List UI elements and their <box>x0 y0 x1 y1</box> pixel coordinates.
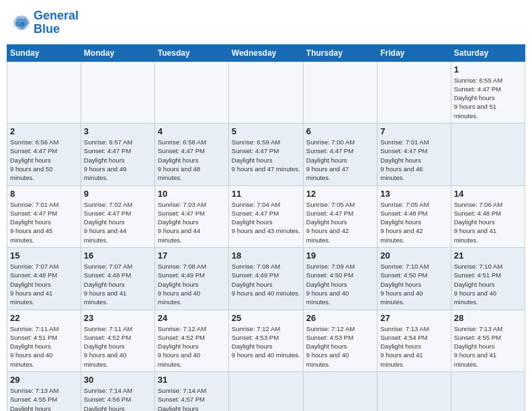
calendar-cell: 31Sunrise: 7:14 AMSunset: 4:57 PMDayligh… <box>154 372 228 411</box>
day-number: 23 <box>84 313 152 323</box>
calendar-cell <box>81 61 154 123</box>
day-number: 25 <box>232 313 300 323</box>
calendar-cell: 3Sunrise: 6:57 AMSunset: 4:47 PMDaylight… <box>81 124 154 185</box>
calendar-cell: 9Sunrise: 7:02 AMSunset: 4:47 PMDaylight… <box>81 185 154 247</box>
calendar-cell: 30Sunrise: 7:14 AMSunset: 4:56 PMDayligh… <box>81 372 154 411</box>
calendar-cell: 25Sunrise: 7:12 AMSunset: 4:53 PMDayligh… <box>228 310 303 371</box>
calendar-cell: 6Sunrise: 7:00 AMSunset: 4:47 PMDaylight… <box>303 124 377 185</box>
day-number: 6 <box>306 126 374 136</box>
logo: GB General Blue <box>12 9 79 36</box>
day-detail: Sunrise: 7:10 AMSunset: 4:51 PMDaylight … <box>454 262 522 306</box>
day-detail: Sunrise: 7:03 AMSunset: 4:47 PMDaylight … <box>158 200 226 244</box>
day-detail: Sunrise: 7:12 AMSunset: 4:52 PMDaylight … <box>158 324 226 369</box>
calendar-cell <box>303 372 377 411</box>
calendar-cell: 12Sunrise: 7:05 AMSunset: 4:47 PMDayligh… <box>303 185 377 247</box>
day-detail: Sunrise: 7:14 AMSunset: 4:56 PMDaylight … <box>84 386 152 411</box>
calendar-week-row: 29Sunrise: 7:13 AMSunset: 4:55 PMDayligh… <box>7 372 525 411</box>
day-number: 15 <box>10 250 78 261</box>
day-detail: Sunrise: 7:06 AMSunset: 4:48 PMDaylight … <box>454 200 522 244</box>
day-detail: Sunrise: 7:05 AMSunset: 4:48 PMDaylight … <box>380 200 447 244</box>
day-detail: Sunrise: 7:09 AMSunset: 4:50 PMDaylight … <box>306 262 374 306</box>
calendar-cell: 24Sunrise: 7:12 AMSunset: 4:52 PMDayligh… <box>154 310 228 371</box>
day-detail: Sunrise: 7:11 AMSunset: 4:51 PMDaylight … <box>10 324 78 369</box>
day-number: 16 <box>84 250 152 261</box>
day-detail: Sunrise: 7:12 AMSunset: 4:53 PMDaylight … <box>306 324 374 369</box>
day-number: 1 <box>454 64 522 75</box>
day-detail: Sunrise: 6:59 AMSunset: 4:47 PMDaylight … <box>232 138 300 173</box>
calendar-cell: 26Sunrise: 7:12 AMSunset: 4:53 PMDayligh… <box>303 310 377 371</box>
calendar-cell <box>451 124 525 185</box>
day-number: 17 <box>158 250 226 261</box>
day-of-week-header: Sunday <box>7 44 81 61</box>
day-of-week-header: Wednesday <box>228 44 303 61</box>
day-detail: Sunrise: 6:56 AMSunset: 4:47 PMDaylight … <box>10 138 78 182</box>
day-number: 2 <box>10 126 78 136</box>
calendar-cell: 11Sunrise: 7:04 AMSunset: 4:47 PMDayligh… <box>228 185 303 247</box>
day-number: 30 <box>84 375 152 385</box>
calendar-cell: 16Sunrise: 7:07 AMSunset: 4:48 PMDayligh… <box>81 248 154 310</box>
day-detail: Sunrise: 6:57 AMSunset: 4:47 PMDaylight … <box>84 138 152 182</box>
calendar-cell: 28Sunrise: 7:13 AMSunset: 4:55 PMDayligh… <box>451 310 525 371</box>
page-header: GB General Blue <box>7 7 525 39</box>
calendar-cell: 15Sunrise: 7:07 AMSunset: 4:48 PMDayligh… <box>7 248 81 310</box>
day-number: 28 <box>454 313 522 323</box>
calendar-cell: 13Sunrise: 7:05 AMSunset: 4:48 PMDayligh… <box>378 185 451 247</box>
day-number: 21 <box>454 250 522 261</box>
day-detail: Sunrise: 7:07 AMSunset: 4:48 PMDaylight … <box>10 262 78 306</box>
calendar-cell: 20Sunrise: 7:10 AMSunset: 4:50 PMDayligh… <box>378 248 451 310</box>
day-detail: Sunrise: 7:08 AMSunset: 4:49 PMDaylight … <box>232 262 300 298</box>
day-number: 9 <box>84 189 152 199</box>
day-detail: Sunrise: 7:04 AMSunset: 4:47 PMDaylight … <box>232 200 300 236</box>
day-number: 3 <box>84 126 152 136</box>
day-number: 14 <box>454 189 522 199</box>
calendar-week-row: 1Sunrise: 6:55 AMSunset: 4:47 PMDaylight… <box>7 61 525 123</box>
calendar-cell: 19Sunrise: 7:09 AMSunset: 4:50 PMDayligh… <box>303 248 377 310</box>
day-number: 8 <box>10 189 78 199</box>
calendar-cell <box>378 61 451 123</box>
calendar-week-row: 15Sunrise: 7:07 AMSunset: 4:48 PMDayligh… <box>7 248 525 310</box>
calendar-cell: 17Sunrise: 7:08 AMSunset: 4:49 PMDayligh… <box>154 248 228 310</box>
day-detail: Sunrise: 7:01 AMSunset: 4:47 PMDaylight … <box>10 200 78 244</box>
day-number: 13 <box>380 189 447 199</box>
day-detail: Sunrise: 7:13 AMSunset: 4:55 PMDaylight … <box>454 324 522 369</box>
calendar-cell: 1Sunrise: 6:55 AMSunset: 4:47 PMDaylight… <box>451 61 525 123</box>
day-number: 22 <box>10 313 78 323</box>
day-number: 20 <box>380 250 447 261</box>
day-detail: Sunrise: 7:08 AMSunset: 4:49 PMDaylight … <box>158 262 226 306</box>
day-detail: Sunrise: 7:00 AMSunset: 4:47 PMDaylight … <box>306 138 374 182</box>
day-of-week-header: Thursday <box>303 44 377 61</box>
calendar-cell: 18Sunrise: 7:08 AMSunset: 4:49 PMDayligh… <box>228 248 303 310</box>
calendar-cell <box>7 61 81 123</box>
day-number: 26 <box>306 313 374 323</box>
calendar-cell: 2Sunrise: 6:56 AMSunset: 4:47 PMDaylight… <box>7 124 81 185</box>
calendar-cell <box>303 61 377 123</box>
day-detail: Sunrise: 7:01 AMSunset: 4:47 PMDaylight … <box>380 138 447 182</box>
calendar-week-row: 8Sunrise: 7:01 AMSunset: 4:47 PMDaylight… <box>7 185 525 247</box>
logo-text: General Blue <box>34 9 79 36</box>
day-detail: Sunrise: 7:02 AMSunset: 4:47 PMDaylight … <box>84 200 152 244</box>
calendar-cell: 4Sunrise: 6:58 AMSunset: 4:47 PMDaylight… <box>154 124 228 185</box>
calendar-cell <box>228 372 303 411</box>
day-of-week-header: Tuesday <box>154 44 228 61</box>
calendar-week-row: 22Sunrise: 7:11 AMSunset: 4:51 PMDayligh… <box>7 310 525 371</box>
day-detail: Sunrise: 7:07 AMSunset: 4:48 PMDaylight … <box>84 262 152 306</box>
day-detail: Sunrise: 7:11 AMSunset: 4:52 PMDaylight … <box>84 324 152 369</box>
day-detail: Sunrise: 6:58 AMSunset: 4:47 PMDaylight … <box>158 138 226 182</box>
calendar-cell: 5Sunrise: 6:59 AMSunset: 4:47 PMDaylight… <box>228 124 303 185</box>
day-detail: Sunrise: 7:05 AMSunset: 4:47 PMDaylight … <box>306 200 374 244</box>
svg-text:GB: GB <box>15 20 25 27</box>
day-number: 19 <box>306 250 374 261</box>
day-detail: Sunrise: 6:55 AMSunset: 4:47 PMDaylight … <box>454 76 522 120</box>
day-detail: Sunrise: 7:12 AMSunset: 4:53 PMDaylight … <box>232 324 300 360</box>
day-number: 24 <box>158 313 226 323</box>
day-number: 29 <box>10 375 78 385</box>
day-number: 18 <box>232 250 300 261</box>
day-of-week-header: Friday <box>378 44 451 61</box>
day-number: 31 <box>158 375 226 385</box>
day-number: 27 <box>380 313 447 323</box>
calendar-cell: 29Sunrise: 7:13 AMSunset: 4:55 PMDayligh… <box>7 372 81 411</box>
calendar-cell <box>154 61 228 123</box>
day-number: 10 <box>158 189 226 199</box>
day-number: 12 <box>306 189 374 199</box>
calendar-cell <box>451 372 525 411</box>
